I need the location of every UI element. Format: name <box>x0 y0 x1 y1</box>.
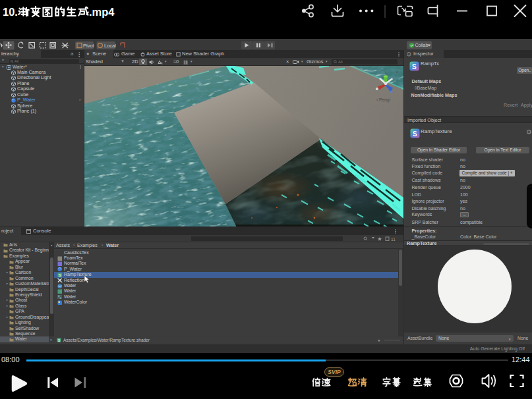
svg-text:S: S <box>413 130 417 137</box>
svg-text:11: 11 <box>391 237 396 242</box>
svg-text:Local: Local <box>104 43 116 49</box>
svg-text:y: y <box>385 70 387 74</box>
svg-text:S: S <box>59 273 61 277</box>
svg-text:S: S <box>412 63 417 70</box>
svg-text:Pivot: Pivot <box>83 43 95 49</box>
svg-text:Collab: Collab <box>415 43 429 47</box>
svg-text:‹ Persp: ‹ Persp <box>376 97 390 103</box>
